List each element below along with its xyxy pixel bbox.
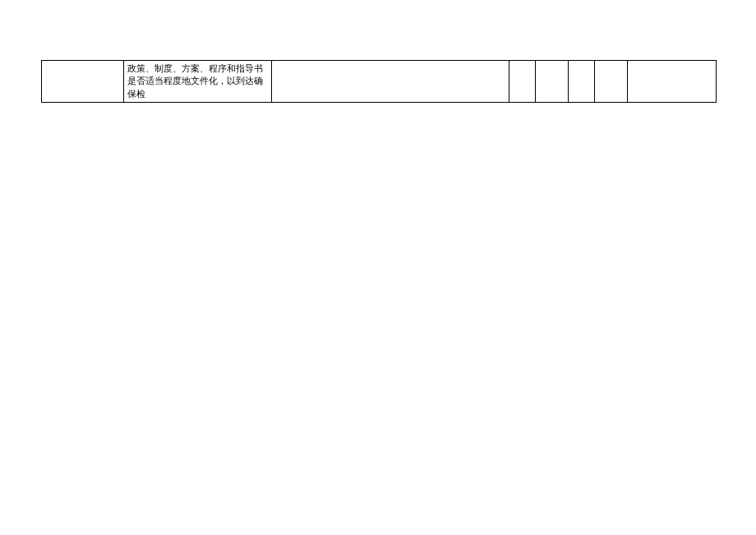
- table-row: 政策、制度、方案、程序和指导书是否适当程度地文件化，以到达确保检: [42, 61, 717, 103]
- cell-col8: [628, 61, 717, 103]
- cell-col3: [271, 61, 509, 103]
- document-table-container: 政策、制度、方案、程序和指导书是否适当程度地文件化，以到达确保检: [41, 60, 717, 103]
- cell-col6: [569, 61, 595, 103]
- cell-col4: [509, 61, 536, 103]
- cell-col7: [595, 61, 628, 103]
- cell-col5: [536, 61, 569, 103]
- cell-col2: 政策、制度、方案、程序和指导书是否适当程度地文件化，以到达确保检: [123, 61, 271, 103]
- cell-col1: [42, 61, 124, 103]
- document-table: 政策、制度、方案、程序和指导书是否适当程度地文件化，以到达确保检: [41, 60, 717, 103]
